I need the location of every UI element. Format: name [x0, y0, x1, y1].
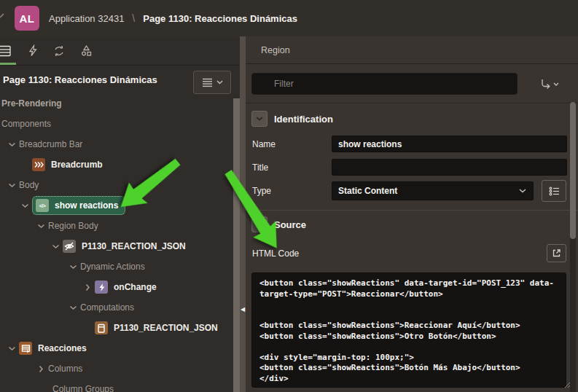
tree-item-label: Computations — [80, 302, 134, 313]
app-logo[interactable]: AL — [15, 6, 39, 31]
tree-item[interactable]: onChange — [0, 277, 233, 297]
chevron-right-icon[interactable] — [80, 281, 95, 293]
breadcrumb-page-title: Page 1130: Reacciones Dinámicas — [143, 13, 297, 24]
section-source: Source — [246, 211, 578, 238]
component-tree: Pre-RenderingComponentsBreadcrumb BarBre… — [0, 93, 233, 392]
expand-icon — [552, 248, 561, 258]
filter-row — [246, 64, 578, 103]
hamburger-icon — [202, 78, 213, 87]
tree-menu-button[interactable] — [193, 71, 231, 94]
lightning-icon — [27, 44, 39, 57]
collapse-source-button[interactable] — [251, 216, 267, 232]
tree-item[interactable]: Column Groups — [0, 379, 233, 392]
chevron-down-icon[interactable] — [34, 220, 48, 232]
property-editor-panel: Region Identification Name Title — [246, 36, 578, 392]
tree-item[interactable]: Region Body — [0, 216, 233, 236]
left-panel-scrollbar-thumb[interactable] — [233, 98, 240, 392]
panel-splitter[interactable]: ◀ — [240, 36, 246, 392]
chevron-down-icon[interactable] — [4, 342, 19, 354]
type-quickpick-button[interactable] — [542, 180, 566, 202]
chevron-down-icon[interactable] — [66, 261, 80, 273]
tree-item-label: Breadcrumb Bar — [19, 139, 82, 149]
splitter-collapse-icon[interactable]: ◀ — [240, 305, 246, 315]
chevron-right-icon[interactable] — [34, 363, 48, 375]
tree-item[interactable]: Computations — [0, 297, 233, 318]
tree-item[interactable]: Reacciones — [0, 338, 233, 358]
app-header: AL Application 32431 \ Page 1130: Reacci… — [0, 0, 578, 36]
tree-item-label: Pre-Rendering — [1, 98, 62, 109]
tree-item[interactable]: Breadcrumb — [0, 154, 233, 175]
tree-item-label: Components — [1, 119, 51, 129]
tree-item-label: Body — [19, 180, 39, 190]
property-panel-title: Region — [246, 36, 578, 64]
open-code-editor-button[interactable] — [547, 244, 566, 262]
left-panel-toolbar — [0, 36, 240, 66]
chevron-down-icon — [553, 82, 559, 86]
tree-item[interactable]: P1130_REACTION_JSON — [0, 318, 233, 338]
tree-item-label: Dynamic Actions — [80, 262, 145, 272]
rendering-panel: Page 1130: Reacciones Dinámicas Pre-Rend… — [0, 36, 240, 392]
breadcrumb-icon — [32, 158, 45, 171]
name-input[interactable] — [332, 136, 567, 152]
breadcrumb-separator: \ — [132, 12, 135, 24]
tab-processing[interactable] — [48, 40, 70, 62]
clipped-edge-icon — [0, 10, 6, 20]
tree-item-label: P1130_REACTION_JSON — [82, 241, 186, 251]
tree-item-label: Columns — [48, 364, 82, 374]
chevron-down-icon — [256, 117, 263, 121]
tree-item[interactable]: P1130_REACTION_JSON — [0, 236, 233, 256]
chevron-down-icon[interactable] — [48, 240, 63, 252]
chevron-down-icon[interactable] — [4, 179, 19, 191]
title-label: Title — [252, 162, 268, 173]
tree-item[interactable]: Components — [0, 114, 233, 134]
rendering-icon — [0, 45, 12, 57]
refresh-cycle-icon — [52, 45, 66, 57]
dynamic-action-icon — [95, 281, 108, 294]
tab-dynamic-actions[interactable] — [22, 40, 44, 62]
right-panel-scrollbar-thumb[interactable] — [570, 102, 576, 239]
tab-shared-components[interactable] — [75, 40, 97, 62]
tab-rendering[interactable] — [0, 40, 16, 62]
tree-item-label: P1130_REACTION_JSON — [114, 323, 218, 333]
tree-item[interactable]: Columns — [0, 358, 233, 379]
tree-item-label: Breadcrumb — [51, 160, 103, 170]
static-content-icon: </> — [36, 199, 49, 212]
field-row-name: Name — [246, 133, 578, 156]
chevron-down-icon[interactable] — [66, 302, 80, 313]
type-label: Type — [252, 186, 271, 196]
selected-tree-node[interactable]: </>show reactions — [32, 196, 125, 215]
shapes-icon — [80, 44, 93, 57]
chevron-down-icon — [519, 189, 526, 193]
source-label: Source — [274, 219, 306, 230]
html-code-row: HTML Code — [246, 240, 578, 264]
radio-list-icon — [549, 187, 560, 196]
collapse-identification-button[interactable] — [251, 111, 267, 127]
tree-item[interactable]: </>show reactions — [0, 195, 233, 216]
chevron-down-icon[interactable] — [4, 138, 19, 150]
tree-item-label: Column Groups — [52, 384, 114, 392]
filter-input[interactable] — [251, 73, 518, 95]
tree-item[interactable]: Dynamic Actions — [0, 256, 233, 277]
html-code-textarea[interactable]: <button class="showReactions" data-targe… — [251, 273, 566, 388]
hidden-item-icon — [63, 240, 76, 253]
type-select[interactable]: Static Content — [332, 181, 534, 200]
tree-panel-title: Page 1130: Reacciones Dinámicas — [3, 74, 157, 85]
tree-item[interactable]: Pre-Rendering — [0, 93, 233, 114]
tree-item[interactable]: Body — [0, 175, 233, 195]
tree-item-label: Region Body — [48, 221, 98, 231]
chevron-down-icon[interactable] — [17, 200, 32, 211]
html-code-label: HTML Code — [252, 248, 299, 259]
tree-item-label: onChange — [114, 282, 157, 292]
tree-item-label: show reactions — [55, 200, 118, 211]
tree-item[interactable]: Breadcrumb Bar — [0, 134, 233, 154]
breadcrumb-app[interactable]: Application 32431 — [49, 13, 124, 24]
report-icon — [19, 342, 32, 355]
field-row-type: Type Static Content — [246, 179, 578, 203]
field-row-title: Title — [246, 156, 578, 179]
chevron-down-icon — [256, 222, 263, 227]
name-label: Name — [252, 139, 276, 149]
type-select-value: Static Content — [338, 186, 397, 196]
go-to-group-button[interactable] — [533, 74, 565, 94]
title-input[interactable] — [332, 159, 567, 176]
goto-arrow-icon — [539, 78, 552, 90]
